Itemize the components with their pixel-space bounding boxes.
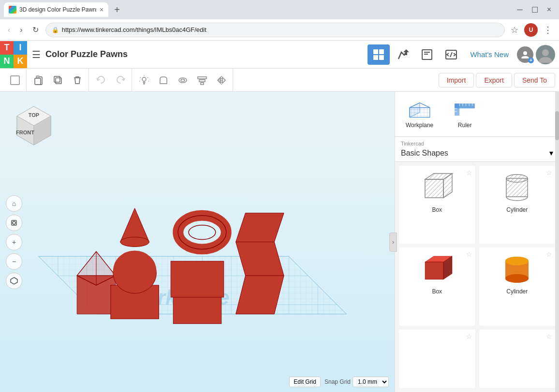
shape-item-extra-1[interactable]: ☆ [399, 330, 475, 388]
nav-code-button[interactable] [440, 44, 462, 65]
paste-button[interactable] [29, 72, 48, 88]
new-tab-button[interactable]: + [111, 4, 123, 15]
edit-grid-button[interactable]: Edit Grid [289, 377, 321, 387]
minimize-button[interactable]: ─ [513, 3, 526, 16]
maximize-button[interactable]: ☐ [528, 3, 542, 16]
browser-menu-button[interactable]: ⋮ [542, 23, 554, 37]
tab-title: 3D design Color Puzzle Pawns | T [19, 6, 97, 13]
workplane-icon [408, 100, 432, 119]
toolbar: Import Export Send To [0, 69, 559, 92]
library-category-label: Tinkercad [401, 141, 553, 146]
add-user-button[interactable]: + [516, 46, 534, 63]
delete-button[interactable] [68, 72, 87, 88]
svg-point-85 [505, 257, 529, 265]
svg-marker-25 [218, 77, 221, 83]
shape-item-wireframe-cylinder[interactable]: ☆ [479, 166, 556, 244]
favorite-solid-box-icon[interactable]: ☆ [466, 250, 472, 258]
shape-item-solid-box[interactable]: ☆ Box [399, 247, 475, 325]
logo-k: K [14, 55, 27, 68]
url-field[interactable]: 🔒 https://www.tinkercad.com/things/IMLbs… [45, 23, 505, 37]
logo-i: I [14, 41, 27, 55]
tinkercad-logo: T I N K [0, 41, 27, 68]
browser-tab[interactable]: 3D design Color Puzzle Pawns | T × [4, 2, 108, 17]
viewport-bottom: Edit Grid Snap Grid 1.0 mm 0.5 mm 2.0 mm [289, 377, 389, 387]
nav-export-button[interactable] [416, 44, 438, 65]
workplane-tool-button[interactable] [6, 72, 24, 88]
ruler-panel-button[interactable]: Ruler [448, 98, 482, 131]
library-selector[interactable]: Basic Shapes ▾ [401, 148, 553, 158]
svg-rect-14 [35, 78, 41, 85]
panel-scrollbar[interactable] [555, 92, 559, 392]
panel-collapse-handle[interactable]: › [389, 232, 397, 252]
undo-button[interactable] [92, 72, 110, 88]
export-button[interactable]: Export [476, 73, 512, 87]
close-button[interactable]: × [543, 3, 555, 16]
user-profile-area: + [516, 45, 559, 64]
scrollbar-thumb[interactable] [555, 111, 559, 140]
svg-point-20 [181, 79, 185, 81]
favorite-solid-cylinder-icon[interactable]: ☆ [546, 250, 552, 258]
workplane-panel-label: Workplane [406, 122, 433, 129]
duplicate-button[interactable] [49, 72, 67, 88]
import-button[interactable]: Import [439, 73, 474, 87]
app-header: T I N K ☰ Color Puzzle Pawns [0, 41, 559, 69]
tab-favicon [9, 6, 16, 14]
back-button[interactable]: ‹ [5, 24, 13, 36]
shape-ring-button[interactable] [174, 72, 192, 88]
svg-rect-76 [425, 262, 443, 279]
shape-name-solid-box: Box [432, 288, 442, 295]
shapes-grid: ☆ [395, 162, 559, 392]
app-title: Color Puzzle Pawns [45, 49, 128, 59]
user-icon: + [517, 46, 533, 63]
shape-name-wireframe-box: Box [432, 206, 442, 213]
right-toolbar-buttons: Import Export Send To [439, 73, 555, 87]
shape-item-wireframe-box[interactable]: ☆ [399, 166, 475, 244]
svg-rect-16 [56, 78, 61, 84]
send-to-button[interactable]: Send To [514, 73, 555, 87]
tab-close-button[interactable]: × [100, 6, 103, 14]
ruler-icon [453, 100, 477, 119]
snap-grid-control: Snap Grid 1.0 mm 0.5 mm 2.0 mm [324, 377, 389, 387]
bookmark-button[interactable]: ☆ [509, 23, 520, 37]
favorite-extra-1-icon[interactable]: ☆ [466, 333, 472, 340]
svg-point-48 [120, 237, 149, 247]
forward-button[interactable]: › [17, 24, 25, 36]
favorite-wireframe-box-icon[interactable]: ☆ [466, 169, 472, 176]
viewport[interactable]: TOP FRONT ⌂ + − [0, 92, 395, 392]
favorite-extra-2-icon[interactable]: ☆ [546, 333, 552, 340]
svg-rect-61 [455, 103, 459, 116]
nav-build-button[interactable] [392, 44, 414, 65]
shape-round-button[interactable] [154, 72, 173, 88]
user-avatar[interactable] [536, 45, 555, 64]
shape-name-wireframe-cylinder: Cylinder [506, 206, 528, 213]
nav-grid-button[interactable] [368, 44, 390, 65]
ruler-panel-label: Ruler [458, 122, 472, 129]
whats-new-button[interactable]: What's New [464, 46, 515, 62]
svg-rect-23 [201, 83, 204, 85]
redo-button[interactable] [111, 72, 130, 88]
header-nav: What's New + [368, 44, 559, 65]
hamburger-menu-button[interactable]: ☰ [32, 49, 41, 60]
svg-point-18 [142, 77, 146, 81]
shape-item-extra-2[interactable]: ☆ [479, 330, 556, 388]
logo-t: T [0, 41, 14, 55]
shape-item-solid-cylinder[interactable]: ☆ Cylinder [479, 247, 556, 325]
svg-point-53 [189, 225, 216, 240]
svg-point-84 [505, 274, 529, 283]
library-dropdown-icon: ▾ [549, 148, 553, 158]
shape-name-solid-cylinder: Cylinder [506, 288, 528, 295]
align-button[interactable] [193, 72, 211, 88]
mirror-button[interactable] [212, 72, 231, 88]
workplane-panel-button[interactable]: Workplane [401, 98, 438, 131]
toolbar-group-history [90, 69, 132, 91]
favorite-wireframe-cylinder-icon[interactable]: ☆ [546, 169, 552, 176]
svg-point-46 [113, 250, 157, 291]
shape-preview-wireframe-cylinder [498, 170, 536, 203]
svg-rect-7 [424, 52, 430, 53]
snap-grid-select[interactable]: 1.0 mm 0.5 mm 2.0 mm [353, 377, 389, 387]
reload-button[interactable]: ↻ [29, 23, 42, 36]
svg-rect-70 [425, 179, 443, 198]
light-button[interactable] [135, 72, 153, 88]
svg-rect-49 [173, 295, 221, 324]
svg-rect-3 [379, 55, 384, 60]
